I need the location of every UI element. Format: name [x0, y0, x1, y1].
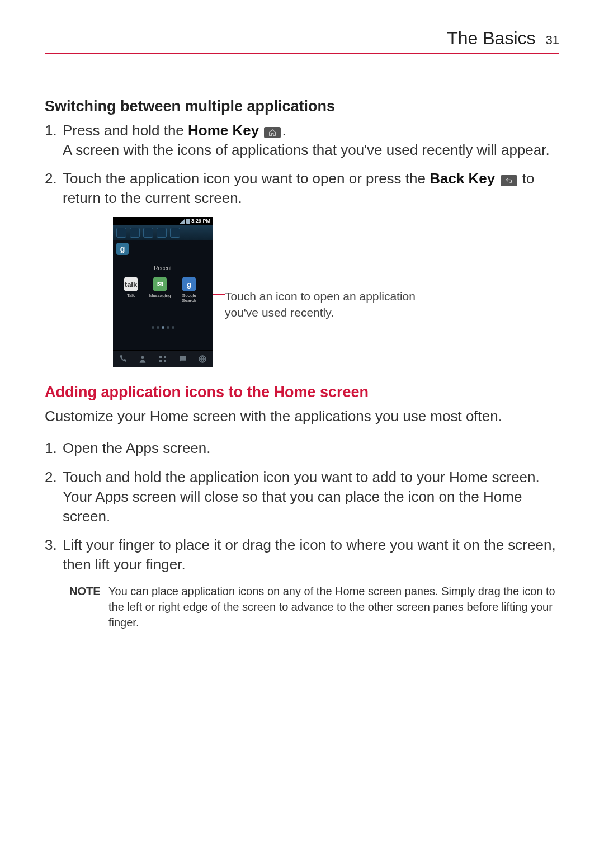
note-label: NOTE [69, 583, 108, 630]
back-key-label: Back Key [430, 170, 495, 187]
dot [152, 326, 154, 329]
search-box-icon: g [116, 243, 129, 255]
dot-active [162, 326, 164, 329]
recent-app-talk: talk Talk [120, 277, 142, 304]
svg-rect-3 [159, 360, 162, 362]
nav-browser-icon [196, 353, 209, 365]
messaging-icon: ✉ [153, 277, 167, 291]
home-key-icon [264, 127, 281, 138]
callout-leader-line [213, 294, 225, 295]
svg-rect-2 [164, 356, 166, 358]
section-heading-switching: Switching between multiple applications [45, 98, 559, 115]
text-frag: Touch the application icon you want to o… [63, 170, 430, 187]
svg-point-0 [141, 356, 144, 359]
section-intro: Customize your Home screen with the appl… [45, 407, 559, 426]
text-frag: A screen with the icons of applications … [63, 141, 550, 158]
quick-toggle [116, 228, 126, 238]
battery-icon [186, 219, 190, 224]
quick-toggle [170, 228, 180, 238]
text-frag: . [282, 122, 286, 139]
google-search-icon: g [182, 277, 196, 291]
app-label: Messaging [149, 294, 171, 299]
step-1: 1. Open the Apps screen. [45, 438, 559, 458]
figure: 3:29 PM g Recent talk Talk ✉ Mes [113, 217, 559, 367]
step-number: 1. [45, 438, 63, 458]
steps-list-adding: 1. Open the Apps screen. 2. Touch and ho… [45, 438, 559, 574]
recent-app-google-search: g Google Search [178, 277, 200, 304]
recent-label: Recent [113, 265, 213, 271]
page-number: 31 [546, 33, 559, 48]
nav-bar [113, 350, 213, 367]
quick-toggle [143, 228, 153, 238]
page-dots [113, 326, 213, 329]
dot [167, 326, 169, 329]
search-row: g [113, 240, 213, 260]
step-number: 3. [45, 535, 63, 574]
svg-rect-1 [159, 356, 162, 358]
header-rule: The Basics 31 [45, 28, 559, 54]
step-text: Open the Apps screen. [63, 438, 559, 458]
status-time: 3:29 PM [191, 218, 210, 224]
svg-rect-4 [164, 360, 166, 362]
text-frag: Press and hold the [63, 122, 188, 139]
step-text: Touch and hold the application icon you … [63, 468, 559, 526]
app-label: Talk [127, 294, 135, 299]
steps-list-switching: 1. Press and hold the Home Key . A scree… [45, 121, 559, 208]
dot [157, 326, 159, 329]
step-3: 3. Lift your finger to place it or drag … [45, 535, 559, 574]
step-2: 2. Touch the application icon you want t… [45, 169, 559, 208]
header-row: The Basics 31 [45, 28, 559, 53]
manual-page: The Basics 31 Switching between multiple… [0, 0, 604, 868]
step-text: Touch the application icon you want to o… [63, 169, 559, 208]
home-key-label: Home Key [188, 122, 259, 139]
header-title: The Basics [447, 28, 535, 49]
app-label: Google Search [182, 294, 196, 304]
callout: Touch an icon to open an application you… [225, 289, 426, 320]
note-text: You can place application icons on any o… [108, 583, 559, 630]
recent-apps-row: talk Talk ✉ Messaging g Google Search [113, 271, 213, 304]
step-text: Press and hold the Home Key . A screen w… [63, 121, 559, 160]
nav-contacts-icon [136, 353, 149, 365]
talk-icon: talk [124, 277, 138, 291]
status-bar: 3:29 PM [113, 217, 213, 225]
quick-toggle [157, 228, 167, 238]
nav-messaging-icon [177, 353, 189, 365]
step-2: 2. Touch and hold the application icon y… [45, 468, 559, 526]
quick-toggle [130, 228, 140, 238]
dot [172, 326, 174, 329]
nav-phone-icon [117, 353, 129, 365]
step-number: 2. [45, 169, 63, 208]
quick-settings-row [113, 225, 213, 240]
step-number: 2. [45, 468, 63, 526]
nav-apps-icon [157, 353, 169, 365]
note: NOTE You can place application icons on … [45, 583, 559, 630]
back-key-icon [501, 175, 517, 186]
step-text: Lift your finger to place it or drag the… [63, 535, 559, 574]
step-1: 1. Press and hold the Home Key . A scree… [45, 121, 559, 160]
callout-text: Touch an icon to open an application you… [225, 289, 426, 320]
recent-app-messaging: ✉ Messaging [149, 277, 171, 304]
phone-screenshot: 3:29 PM g Recent talk Talk ✉ Mes [113, 217, 213, 367]
section-heading-adding-icons: Adding application icons to the Home scr… [45, 384, 559, 401]
signal-icon [180, 219, 185, 224]
step-number: 1. [45, 121, 63, 160]
